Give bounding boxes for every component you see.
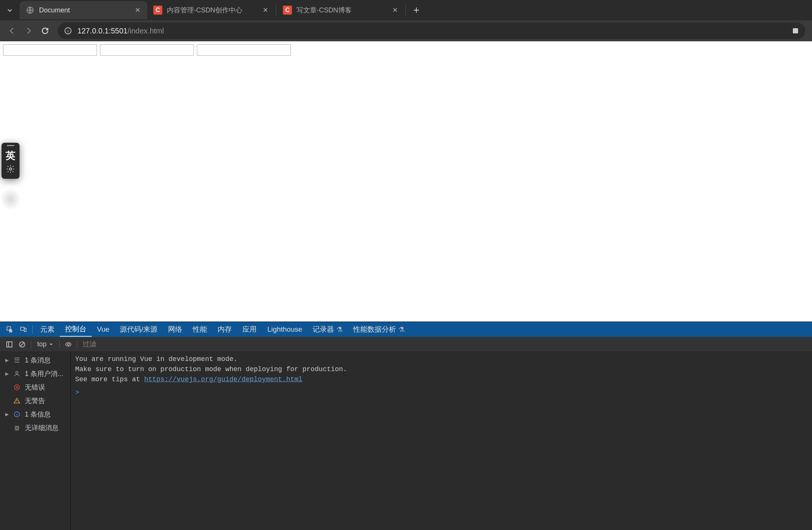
inputs-row — [3, 44, 809, 56]
sidebar-label: 1 条用户消... — [25, 369, 63, 378]
tab-vue[interactable]: Vue — [92, 322, 115, 337]
chevron-right-icon: ▶ — [5, 412, 9, 417]
sidebar-label: 1 条消息 — [25, 356, 51, 365]
sidebar-label: 无警告 — [25, 396, 45, 405]
svg-point-12 — [16, 371, 18, 374]
translate-icon[interactable] — [792, 27, 799, 35]
tab-application[interactable]: 应用 — [237, 322, 262, 337]
error-icon — [13, 384, 21, 391]
ime-floating-widget[interactable]: 英 — [2, 143, 20, 179]
sidebar-user-messages[interactable]: ▶ 1 条用户消... — [0, 367, 70, 381]
console-prompt[interactable]: > — [75, 388, 807, 398]
console-message-line: See more tips at https://vuejs.org/guide… — [75, 374, 807, 385]
browser-tab-active[interactable]: Document ✕ — [20, 1, 147, 19]
console-link[interactable]: https://vuejs.org/guide/deployment.html — [144, 376, 302, 383]
tab-separator — [276, 5, 276, 15]
tabs-dropdown-button[interactable] — [3, 3, 17, 17]
new-tab-button[interactable] — [410, 3, 423, 17]
tab-separator — [405, 5, 406, 15]
devtools-tab-bar: 元素 控制台 Vue 源代码/来源 网络 性能 内存 应用 Lighthouse… — [0, 322, 812, 337]
tab-performance[interactable]: 性能 — [188, 322, 212, 337]
info-icon — [13, 411, 21, 418]
preview-badge-icon: ⚗ — [336, 325, 343, 334]
separator — [31, 340, 31, 349]
device-toggle-icon[interactable] — [17, 323, 30, 336]
site-info-icon[interactable] — [64, 27, 72, 35]
devtools-body: ▶ ☰ 1 条消息 ▶ 1 条用户消... 无错误 — [0, 352, 812, 530]
forward-button[interactable] — [20, 23, 37, 39]
browser-chrome: Document ✕ C 内容管理-CSDN创作中心 ✕ C 写文章-CSDN博… — [0, 0, 812, 41]
page-viewport: 英 — [0, 41, 812, 322]
tab-console[interactable]: 控制台 — [60, 322, 92, 337]
reload-button[interactable] — [37, 23, 53, 39]
devtools-panel: 元素 控制台 Vue 源代码/来源 网络 性能 内存 应用 Lighthouse… — [0, 322, 812, 530]
svg-rect-2 — [793, 28, 798, 33]
text-input-3[interactable] — [197, 44, 291, 56]
bug-icon — [13, 424, 21, 431]
tab-lighthouse[interactable]: Lighthouse — [262, 322, 307, 337]
sidebar-messages[interactable]: ▶ ☰ 1 条消息 — [0, 353, 70, 367]
gear-icon[interactable] — [6, 165, 15, 175]
console-message-line: Make sure to turn on production mode whe… — [75, 364, 807, 374]
sidebar-errors[interactable]: 无错误 — [0, 381, 70, 394]
tab-sources[interactable]: 源代码/来源 — [115, 322, 163, 337]
favicon-icon: C — [153, 6, 162, 15]
drag-handle-icon[interactable] — [7, 145, 14, 146]
context-dropdown[interactable]: top — [33, 340, 57, 348]
list-icon: ☰ — [13, 356, 21, 364]
sidebar-label: 无详细消息 — [25, 423, 59, 432]
url-host: 127.0.0.1:5501 — [77, 27, 127, 35]
chevron-right-icon: ▶ — [5, 371, 9, 376]
warning-icon — [13, 397, 21, 404]
tab-recorder[interactable]: 记录器 ⚗ — [307, 322, 348, 337]
console-sidebar: ▶ ☰ 1 条消息 ▶ 1 条用户消... 无错误 — [0, 352, 71, 530]
console-message-line: You are running Vue in development mode. — [75, 354, 807, 364]
inspect-element-icon[interactable] — [3, 323, 17, 336]
url-path: /index.html — [127, 27, 164, 35]
text-input-1[interactable] — [3, 44, 97, 56]
filter-input[interactable] — [80, 339, 809, 350]
separator — [59, 340, 60, 349]
tab-title: 写文章-CSDN博客 — [296, 6, 387, 15]
user-icon — [13, 370, 21, 377]
tab-title: Document — [39, 6, 130, 14]
close-icon[interactable]: ✕ — [390, 6, 399, 15]
svg-rect-5 — [21, 327, 24, 330]
chevron-right-icon: ▶ — [5, 358, 9, 363]
tab-elements[interactable]: 元素 — [35, 322, 60, 337]
sidebar-warnings[interactable]: 无警告 — [0, 394, 70, 408]
browser-tab[interactable]: C 写文章-CSDN博客 ✕ — [277, 1, 405, 19]
sidebar-verbose[interactable]: 无详细消息 — [0, 421, 70, 435]
svg-point-3 — [9, 168, 12, 170]
separator — [77, 340, 77, 349]
close-icon[interactable]: ✕ — [133, 6, 142, 15]
address-bar[interactable]: 127.0.0.1:5501/index.html — [58, 23, 805, 39]
globe-icon — [26, 6, 35, 15]
console-output[interactable]: You are running Vue in development mode.… — [71, 352, 812, 530]
address-bar-row: 127.0.0.1:5501/index.html — [0, 20, 812, 41]
tab-performance-insights[interactable]: 性能数据分析 ⚗ — [348, 322, 410, 337]
sidebar-info[interactable]: ▶ 1 条信息 — [0, 408, 70, 421]
tab-title: 内容管理-CSDN创作中心 — [167, 6, 258, 15]
separator — [32, 325, 33, 334]
tab-memory[interactable]: 内存 — [212, 322, 237, 337]
browser-tab[interactable]: C 内容管理-CSDN创作中心 ✕ — [147, 1, 275, 19]
sidebar-label: 无错误 — [25, 383, 45, 392]
tab-bar: Document ✕ C 内容管理-CSDN创作中心 ✕ C 写文章-CSDN博… — [0, 0, 812, 20]
svg-rect-7 — [7, 342, 12, 347]
url-text: 127.0.0.1:5501/index.html — [77, 27, 792, 35]
close-icon[interactable]: ✕ — [261, 6, 270, 15]
back-button[interactable] — [4, 23, 20, 39]
preview-badge-icon: ⚗ — [398, 325, 405, 334]
live-expression-icon[interactable] — [62, 338, 75, 351]
tab-network[interactable]: 网络 — [163, 322, 188, 337]
svg-line-10 — [20, 343, 24, 346]
ime-mode-label[interactable]: 英 — [6, 149, 15, 162]
sidebar-label: 1 条信息 — [25, 410, 51, 419]
ime-shadow — [0, 188, 21, 210]
favicon-icon: C — [283, 6, 292, 15]
toggle-sidebar-icon[interactable] — [3, 338, 16, 351]
svg-rect-6 — [24, 328, 26, 332]
text-input-2[interactable] — [100, 44, 194, 56]
clear-console-icon[interactable] — [16, 338, 29, 351]
